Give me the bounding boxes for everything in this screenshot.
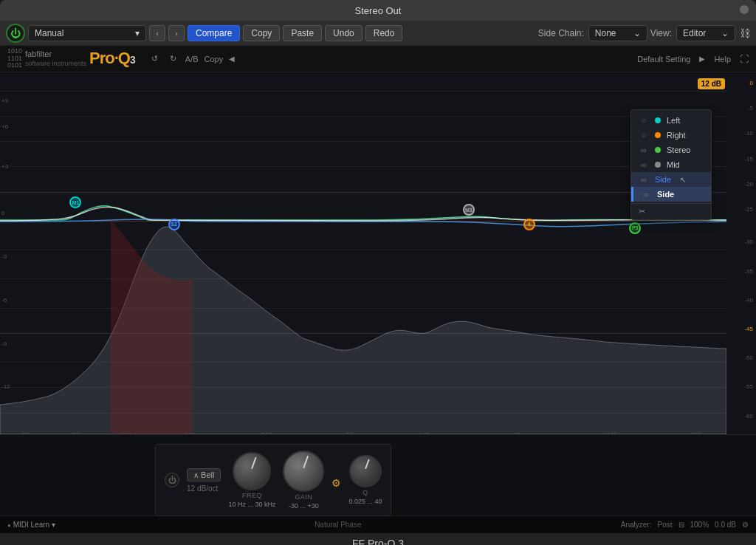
zoom-level: 100% <box>690 521 709 529</box>
status-right: Analyzer: Post ⊟ 100% 0.0 dB ⚙ <box>621 521 749 529</box>
gain-knob[interactable] <box>283 450 324 492</box>
ctx-mid-icon: ∞ <box>639 160 649 169</box>
window-close-btn[interactable] <box>740 5 749 14</box>
eq-node-1[interactable]: M1 <box>69 196 81 208</box>
ctx-side-active-icon: ∞ <box>641 190 651 199</box>
eq-main[interactable]: 12 dB 0 -5 -10 -15 -20 -25 -30 -35 -40 -… <box>0 72 756 434</box>
q-range-label: 0.025 ... 40 <box>348 498 382 505</box>
q-knob[interactable] <box>349 455 382 487</box>
midi-learn-button[interactable]: ● MIDI Learn ▾ <box>7 521 55 529</box>
view-area: View: Editor ⌄ ⛓ <box>650 25 750 41</box>
nav-next-button[interactable]: › <box>168 25 185 41</box>
redo-button[interactable]: Redo <box>365 25 403 41</box>
freq-knob-label: FREQ <box>242 492 262 499</box>
nav-prev-button[interactable]: ‹ <box>149 25 165 41</box>
band-type-label: Bell <box>201 470 214 479</box>
top-toolbar: ⏻ Manual ▾ ‹ › Compare Copy Paste Undo R… <box>0 21 756 46</box>
plugin-header: 101011010101 fabfiltersoftware instrumen… <box>0 46 756 72</box>
gain-knob-label: GAIN <box>295 493 312 501</box>
header-copy-button[interactable]: Copy <box>205 55 224 64</box>
prev-preset-btn[interactable]: ◀ <box>229 55 235 63</box>
help-button[interactable]: Help <box>714 55 731 64</box>
compare-button[interactable]: Compare <box>188 25 240 41</box>
ctx-left[interactable]: ○ Left <box>631 113 711 128</box>
settings-icon[interactable]: ⚙ <box>742 521 749 529</box>
window-title: Stereo Out <box>355 5 402 16</box>
bottom-controls: ⏻ ∧ Bell 12 dB/oct FREQ 10 Hz ... 30 kHz… <box>0 434 756 515</box>
gain-readout: 0.0 dB <box>715 521 736 529</box>
analyzer-label: Analyzer: <box>621 521 652 529</box>
logo-area: 101011010101 fabfiltersoftware instrumen… <box>7 48 135 70</box>
side-chain-dropdown[interactable]: None ⌄ <box>588 25 647 41</box>
power-button[interactable]: ⏻ <box>6 24 25 43</box>
ctx-right-icon: ○ <box>639 131 649 140</box>
context-menu: ○ Left ○ Right ∞ Stereo ∞ Mid ∞ Side ↖ ∞… <box>630 109 712 220</box>
ctx-stereo[interactable]: ∞ Stereo <box>631 143 711 157</box>
eq-svg <box>0 72 726 434</box>
eq-node-2[interactable]: S2 <box>168 219 180 230</box>
side-chain-area: Side Chain: None ⌄ <box>538 25 647 41</box>
zoom-icon: ⊟ <box>678 521 684 529</box>
freq-knob-group: FREQ 10 Hz ... 30 kHz <box>228 452 275 508</box>
app-label: FF Pro-Q 3 <box>352 538 404 545</box>
db-badge[interactable]: 12 dB <box>698 78 725 89</box>
gain-range-label: -30 ... +30 <box>289 502 319 510</box>
ctx-side-hover[interactable]: ∞ Side ↖ <box>631 172 711 187</box>
copy-button[interactable]: Copy <box>243 25 280 41</box>
gear-icon[interactable]: ⚙ <box>331 477 341 489</box>
ctx-side-hover-icon: ∞ <box>639 175 649 184</box>
q-knob-group: Q 0.025 ... 40 <box>348 455 382 505</box>
freq-knob-range: 10 Hz ... 30 kHz <box>228 501 275 508</box>
ctx-side-active[interactable]: ∞ Side <box>631 187 711 202</box>
ctx-mid[interactable]: ∞ Mid <box>631 157 711 172</box>
freq-knob[interactable] <box>233 452 271 490</box>
expand-button[interactable]: ⛶ <box>740 54 749 64</box>
link-icon[interactable]: ⛓ <box>740 27 750 39</box>
undo-button[interactable]: Undo <box>325 25 362 41</box>
status-bar: ● MIDI Learn ▾ Natural Phase Analyzer: P… <box>0 515 756 533</box>
db-scale-left: +9 +6 +3 0 -3 -6 -9 -12 <box>0 72 22 434</box>
undo-arrow-btn[interactable]: ↺ <box>148 52 161 65</box>
analyzer-value[interactable]: Post <box>657 521 672 529</box>
phase-label: Natural Phase <box>61 521 615 529</box>
next-preset-btn[interactable]: ▶ <box>699 55 705 63</box>
ctx-left-icon: ○ <box>639 116 649 125</box>
ab-button[interactable]: A/B <box>185 55 199 64</box>
ctx-cut-button[interactable]: ✂ <box>631 203 711 216</box>
eq-node-5[interactable]: P5 <box>629 222 641 234</box>
paste-button[interactable]: Paste <box>283 25 322 41</box>
eq-node-4[interactable]: 4 <box>523 219 535 230</box>
fabfilter-bits-icon: 101011010101 <box>7 48 22 70</box>
view-label: View: <box>650 28 672 38</box>
band-type-selector[interactable]: ∧ Bell <box>187 468 221 481</box>
ctx-right[interactable]: ○ Right <box>631 128 711 143</box>
q-knob-label: Q <box>362 489 368 496</box>
band-slope-label: 12 dB/oct <box>187 484 221 493</box>
plugin-header-right: Default Setting ▶ Help ⛶ <box>637 54 749 64</box>
preset-dropdown[interactable]: Manual ▾ <box>28 25 146 41</box>
app-label-bar: FF Pro-Q 3 <box>0 533 756 545</box>
proq-logo: Pro·Q3 <box>89 49 135 68</box>
band-power-button[interactable]: ⏻ <box>165 473 179 487</box>
eq-node-3[interactable]: M3 <box>463 204 475 216</box>
window-controls <box>740 4 749 17</box>
db-scale-right: 0 -5 -10 -15 -20 -25 -30 -35 -40 -45 -50… <box>726 72 756 434</box>
title-bar: Stereo Out <box>0 0 756 21</box>
redo-arrow-btn[interactable]: ↻ <box>167 52 179 65</box>
band-panel: ⏻ ∧ Bell 12 dB/oct FREQ 10 Hz ... 30 kHz… <box>155 444 391 516</box>
ctx-stereo-icon: ∞ <box>639 145 649 154</box>
gain-knob-group: GAIN -30 ... +30 <box>283 450 324 510</box>
fabfilter-text: fabfiltersoftware instruments <box>25 49 86 67</box>
view-dropdown[interactable]: Editor ⌄ <box>676 25 735 41</box>
side-chain-label: Side Chain: <box>538 28 584 38</box>
plugin-header-controls: ↺ ↻ A/B Copy ◀ <box>148 52 235 65</box>
default-setting-btn[interactable]: Default Setting <box>637 55 690 64</box>
